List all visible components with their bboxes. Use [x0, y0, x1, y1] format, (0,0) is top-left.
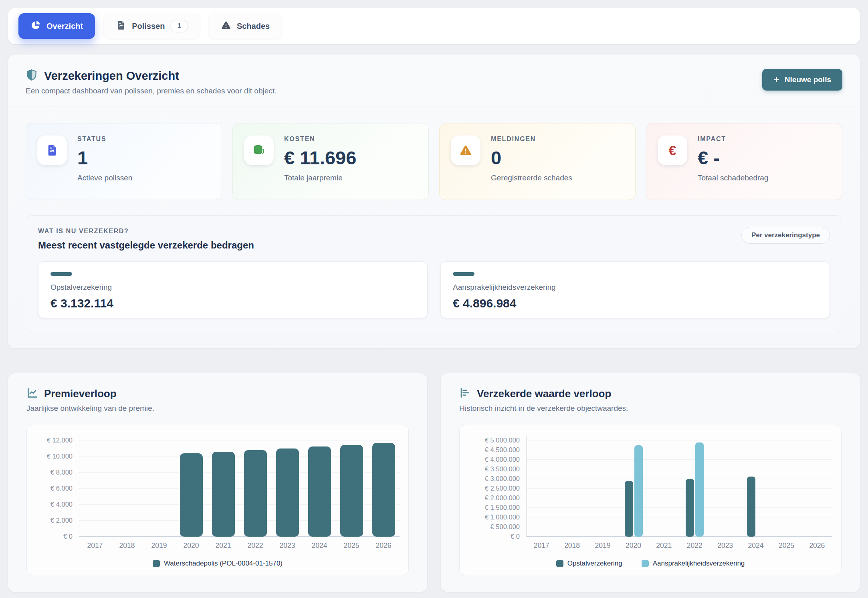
warning-triangle-icon	[451, 135, 480, 165]
euro-icon: €	[658, 135, 687, 165]
x-tick-label: 2021	[649, 541, 679, 550]
x-tick-label: 2019	[143, 541, 175, 550]
x-tick-label: 2022	[679, 541, 710, 550]
x-tick-label: 2026	[802, 541, 832, 550]
x-tick-label: 2020	[175, 541, 207, 550]
bar-2022	[695, 442, 704, 537]
stat-value: 0	[491, 148, 572, 167]
stat-card-kosten: KOSTEN € 11.696 Totale jaarpremie	[232, 123, 429, 200]
new-policy-button[interactable]: + Nieuwe polis	[762, 69, 842, 91]
insured-amount: € 3.132.114	[50, 297, 415, 310]
new-policy-label: Nieuwe polis	[785, 75, 831, 84]
line-chart-icon	[26, 387, 38, 400]
tab-label: Polissen	[132, 22, 165, 31]
insured-title: Meest recent vastgelegde verzekerde bedr…	[38, 240, 830, 251]
insured-value-bar-chart: € 0€ 500.000€ 1.000.000€ 1.500.000€ 2.00…	[459, 425, 842, 575]
x-tick-label: 2025	[335, 541, 367, 550]
stat-description: Actieve polissen	[77, 174, 132, 182]
accent-dash	[50, 272, 72, 276]
stat-value: 1	[77, 148, 132, 167]
chart-title: Verzekerde waarde verloop	[477, 388, 611, 400]
x-tick-label: 2018	[557, 541, 587, 550]
stat-card-impact: € IMPACT € - Totaal schadebedrag	[646, 123, 842, 200]
legend-swatch	[556, 560, 563, 567]
tab-overzicht[interactable]: Overzicht	[18, 13, 95, 39]
x-tick-label: 2017	[526, 541, 557, 550]
x-tick-label: 2023	[710, 541, 740, 550]
legend-swatch	[153, 560, 160, 567]
warning-triangle-icon	[221, 20, 231, 32]
policy-file-icon	[116, 20, 126, 32]
stat-label: MELDINGEN	[491, 135, 572, 143]
bar-2024	[308, 446, 331, 537]
x-tick-label: 2021	[207, 541, 239, 550]
insured-name: Opstalverzekering	[50, 283, 415, 292]
stat-label: STATUS	[77, 135, 132, 143]
x-tick-label: 2024	[741, 541, 771, 550]
stat-description: Geregistreerde schades	[491, 174, 572, 182]
premium-chart-card: Premieverloop Jaarlijkse ontwikkeling va…	[8, 373, 427, 592]
y-axis-ticks: € 0€ 2.000€ 4.000€ 6.000€ 8.000€ 10.000€…	[36, 436, 79, 537]
x-tick-label: 2017	[79, 541, 111, 550]
insured-card-aansprakelijkheid: Aansprakelijkheidsverzekering € 4.896.98…	[440, 261, 830, 318]
tab-bar: Overzicht Polissen 1 Schades	[8, 8, 860, 44]
plot-area	[526, 436, 832, 537]
bar-2020	[625, 481, 633, 537]
charts-row: Premieverloop Jaarlijkse ontwikkeling va…	[8, 373, 860, 592]
x-axis-labels: 2017201820192020202120222023202420252026	[79, 541, 400, 550]
legend-item: Aansprakelijkheidsverzekering	[642, 560, 745, 568]
insured-name: Aansprakelijkheidsverzekering	[453, 283, 818, 292]
bar-2022	[244, 450, 267, 537]
legend-item: Waterschadepolis (POL-0004-01-1570)	[153, 560, 283, 568]
bar-2020	[634, 445, 643, 537]
x-tick-label: 2026	[367, 541, 400, 550]
pie-chart-icon	[30, 20, 41, 32]
chart-title: Premieverloop	[44, 388, 117, 400]
x-tick-label: 2023	[271, 541, 303, 550]
stat-label: IMPACT	[698, 135, 768, 143]
bar-2021	[212, 452, 235, 537]
insurance-overview-panel: Verzekeringen Overzicht Een compact dash…	[8, 55, 860, 348]
bar-2020	[180, 453, 203, 537]
stat-card-status: STATUS 1 Actieve polissen	[26, 123, 222, 200]
insured-card-opstal: Opstalverzekering € 3.132.114	[38, 261, 428, 318]
stat-value: € 11.696	[284, 148, 356, 167]
x-tick-label: 2022	[239, 541, 271, 550]
page-subtitle: Een compact dashboard van polissen, prem…	[26, 87, 277, 95]
bar-2025	[340, 445, 363, 537]
bar-chart-icon	[459, 387, 471, 400]
coins-icon	[244, 135, 274, 165]
premium-bar-chart: € 0€ 2.000€ 4.000€ 6.000€ 8.000€ 10.000€…	[26, 425, 409, 575]
accent-dash	[453, 272, 474, 276]
tab-schades[interactable]: Schades	[209, 13, 282, 39]
page-title: Verzekeringen Overzicht	[44, 69, 179, 83]
plot-area	[79, 436, 400, 537]
bar-2024	[747, 477, 755, 537]
x-tick-label: 2025	[771, 541, 801, 550]
y-axis-ticks: € 0€ 500.000€ 1.000.000€ 1.500.000€ 2.00…	[468, 436, 526, 537]
stat-label: KOSTEN	[284, 135, 356, 143]
chart-subtitle: Jaarlijkse ontwikkeling van de premie.	[26, 404, 409, 413]
legend-item: Opstalverzekering	[556, 560, 622, 568]
chart-legend: OpstalverzekeringAansprakelijkheidsverze…	[468, 560, 832, 568]
x-axis-labels: 2017201820192020202120222023202420252026	[526, 541, 832, 550]
tab-label: Schades	[237, 22, 270, 31]
bar-2022	[686, 479, 694, 537]
stat-value: € -	[698, 148, 768, 167]
x-tick-label: 2019	[587, 541, 618, 550]
shield-icon	[26, 69, 38, 83]
insured-value-chart-card: Verzekerde waarde verloop Historisch inz…	[441, 373, 860, 592]
insured-amounts-section: WAT IS NU VERZEKERD? Meest recent vastge…	[26, 215, 842, 332]
chart-subtitle: Historisch inzicht in de verzekerde obje…	[459, 404, 842, 413]
tab-label: Overzicht	[46, 22, 83, 31]
insured-amount: € 4.896.984	[453, 297, 818, 310]
insured-eyebrow: WAT IS NU VERZEKERD?	[38, 228, 830, 235]
stat-description: Totaal schadebedrag	[698, 174, 768, 182]
x-tick-label: 2020	[618, 541, 648, 550]
document-icon	[37, 135, 67, 165]
tab-polissen[interactable]: Polissen 1	[104, 13, 200, 39]
legend-swatch	[642, 560, 649, 567]
per-verzekeringstype-badge[interactable]: Per verzekeringstype	[741, 227, 830, 244]
stat-card-meldingen: MELDINGEN 0 Geregistreerde schades	[439, 123, 636, 200]
x-tick-label: 2024	[303, 541, 335, 550]
